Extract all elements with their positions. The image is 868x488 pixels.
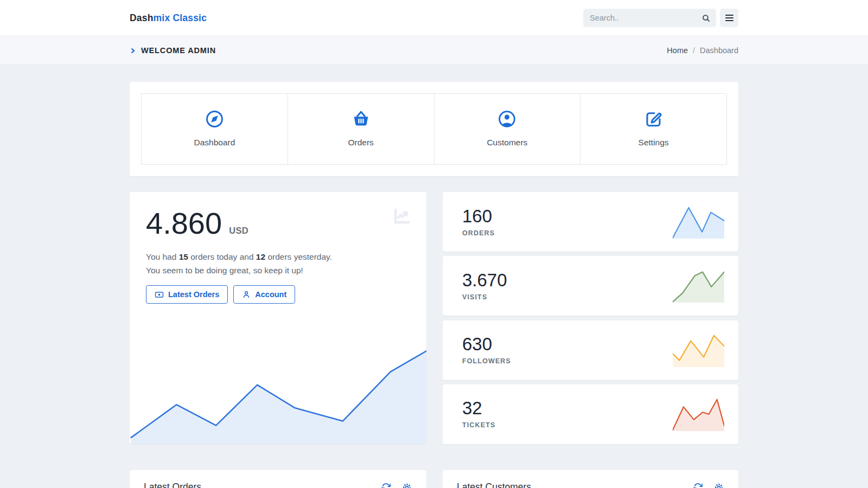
earnings-currency: USD xyxy=(229,226,248,236)
tile-label: Orders xyxy=(288,138,434,147)
pencil-square-icon xyxy=(644,110,663,129)
stat-value: 3.670 xyxy=(462,271,507,289)
earnings-message: You had 15 orders today and 12 orders ye… xyxy=(146,250,337,277)
tile-label: Settings xyxy=(580,138,726,147)
menu-button[interactable] xyxy=(720,9,738,27)
search-button[interactable] xyxy=(695,9,716,27)
chart-trending-up-icon xyxy=(391,206,412,227)
settings-button[interactable] xyxy=(401,482,412,488)
earnings-amount: 4.860 xyxy=(146,208,222,239)
breadcrumb-home[interactable]: Home xyxy=(667,46,688,55)
top-header: Dashmix Classic xyxy=(0,0,868,36)
hamburger-icon xyxy=(725,15,733,16)
refresh-icon xyxy=(381,483,391,488)
banknote-icon xyxy=(155,290,164,299)
main-content: Dashboard Orders xyxy=(130,65,738,488)
refresh-icon xyxy=(693,483,703,488)
latest-orders-button[interactable]: Latest Orders xyxy=(146,285,228,304)
person-icon xyxy=(242,290,251,299)
earnings-card: 4.860 USD You had 15 orders today and 12… xyxy=(130,192,426,444)
page: Dashmix Classic xyxy=(0,0,868,488)
stat-value: 160 xyxy=(462,207,495,225)
basket-icon xyxy=(352,110,371,129)
stat-label: FOLLOWERS xyxy=(462,357,511,365)
tile-dashboard[interactable]: Dashboard xyxy=(141,93,288,165)
chevron-right-icon xyxy=(130,47,136,54)
button-label: Latest Orders xyxy=(168,290,219,299)
earnings-area-chart xyxy=(130,335,426,444)
search-input[interactable] xyxy=(583,9,695,27)
brand-rest: mix Classic xyxy=(154,12,207,23)
stat-label: ORDERS xyxy=(462,229,495,237)
gear-icon xyxy=(714,483,724,488)
breadcrumb: Home / Dashboard xyxy=(667,46,738,55)
stat-card-visits: 3.670 VISITS xyxy=(443,256,738,316)
button-label: Account xyxy=(255,290,286,299)
refresh-button[interactable] xyxy=(380,482,391,488)
latest-orders-panel: Latest Orders xyxy=(130,470,426,488)
stat-card-tickets: 32 TICKETS xyxy=(443,384,738,444)
orders-sparkline xyxy=(673,205,724,239)
tile-settings[interactable]: Settings xyxy=(580,93,727,165)
tickets-sparkline xyxy=(673,397,724,431)
gear-icon xyxy=(402,483,412,488)
quick-nav-card: Dashboard Orders xyxy=(130,82,738,176)
stat-value: 630 xyxy=(462,335,511,353)
account-button[interactable]: Account xyxy=(233,285,295,304)
hero-bar: WELCOME ADMIN Home / Dashboard xyxy=(0,36,868,65)
stat-label: VISITS xyxy=(462,293,507,301)
brand-logo[interactable]: Dashmix Classic xyxy=(130,12,207,24)
breadcrumb-separator: / xyxy=(693,46,695,55)
settings-button[interactable] xyxy=(713,482,724,488)
refresh-button[interactable] xyxy=(692,482,703,488)
stat-card-followers: 630 FOLLOWERS xyxy=(443,320,738,380)
brand-bold: Dash xyxy=(130,12,154,23)
page-title: WELCOME ADMIN xyxy=(141,46,216,55)
search-group xyxy=(583,9,716,27)
search-icon xyxy=(701,14,711,23)
latest-customers-panel: Latest Customers xyxy=(443,470,738,488)
panel-title: Latest Orders xyxy=(144,481,201,488)
panel-title: Latest Customers xyxy=(457,481,531,488)
tile-label: Customers xyxy=(435,138,580,147)
visits-sparkline xyxy=(673,269,724,303)
stat-card-orders: 160 ORDERS xyxy=(443,192,738,252)
person-circle-icon xyxy=(497,110,516,129)
tile-label: Dashboard xyxy=(142,138,288,147)
stats-column: 160 ORDERS 3.670 VISITS 630 FOLLOWERS xyxy=(443,192,738,444)
compass-icon xyxy=(205,110,224,129)
stat-value: 32 xyxy=(462,399,495,417)
tile-customers[interactable]: Customers xyxy=(434,93,581,165)
tile-orders[interactable]: Orders xyxy=(288,93,435,165)
breadcrumb-current: Dashboard xyxy=(700,46,738,55)
followers-sparkline xyxy=(673,333,724,367)
stat-label: TICKETS xyxy=(462,421,495,429)
